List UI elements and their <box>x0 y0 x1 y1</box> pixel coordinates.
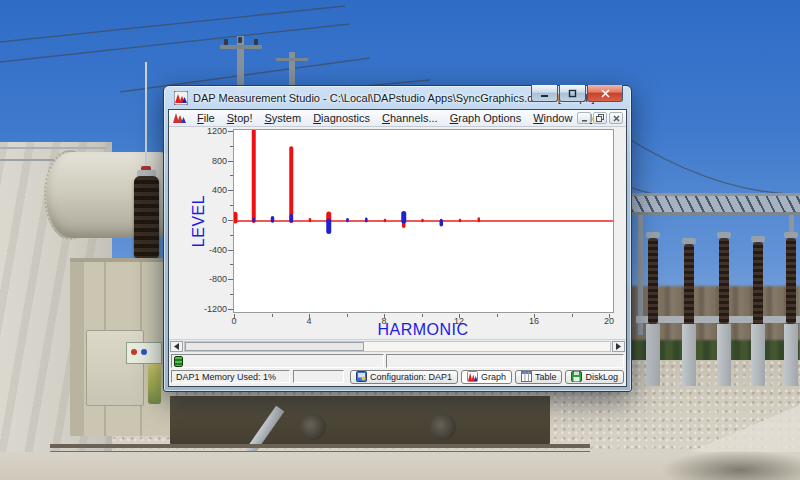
y-tick-mark <box>228 309 233 310</box>
oil-level-gauge <box>148 364 161 404</box>
minimize-icon <box>581 115 588 122</box>
x-tick-label: 0 <box>231 316 236 326</box>
y-tick-label: 400 <box>171 185 227 195</box>
disklog-icon <box>571 371 582 382</box>
y-tick-label: 800 <box>171 156 227 166</box>
graph-view: LEVEL 12008004000-400-800-1200048121620 … <box>169 127 626 339</box>
status-bar: DAP1 Memory Used: 1% Configuration: DAP1 <box>169 369 626 386</box>
insulator-column <box>684 244 694 330</box>
x-tick-mark <box>572 314 573 317</box>
configuration-icon <box>356 371 367 382</box>
close-icon <box>613 115 620 122</box>
steel-stand <box>751 324 765 386</box>
graph-tab-label: Graph <box>481 372 506 382</box>
lattice-gantry <box>632 193 800 215</box>
table-tab[interactable]: Table <box>515 370 563 384</box>
configuration-tab[interactable]: Configuration: DAP1 <box>350 370 458 384</box>
mdi-restore-button[interactable] <box>593 112 607 124</box>
steel-stand <box>717 324 731 386</box>
table-icon <box>521 371 532 382</box>
insulator-column <box>786 238 796 324</box>
menu-item-file[interactable]: File <box>191 111 221 125</box>
memory-used-value: 1% <box>263 372 276 382</box>
y-tick-mark <box>230 235 233 236</box>
status-toolbar <box>169 353 626 369</box>
plot-area <box>233 129 614 313</box>
graph-tab[interactable]: Graph <box>461 370 512 384</box>
memory-used-panel: DAP1 Memory Used: 1% <box>171 370 290 383</box>
y-tick-mark <box>228 220 233 221</box>
mdi-close-button[interactable] <box>609 112 623 124</box>
y-tick-mark <box>228 190 233 191</box>
menu-item-system[interactable]: System <box>258 111 307 125</box>
x-tick-label: 16 <box>529 316 539 326</box>
maximize-icon <box>568 89 577 98</box>
transformer-undercarriage <box>170 396 550 448</box>
x-tick-mark <box>497 314 498 317</box>
menu-item-window[interactable]: Window <box>527 111 578 125</box>
y-tick-label: -400 <box>171 245 227 255</box>
steel-stand <box>784 324 798 386</box>
scroll-right-button[interactable] <box>612 341 625 352</box>
y-tick-label: 0 <box>171 215 227 225</box>
arrow-right-icon <box>616 343 621 350</box>
x-tick-mark <box>272 314 273 317</box>
empty-status-panel <box>386 354 624 368</box>
y-tick-mark <box>228 279 233 280</box>
plot-svg <box>234 130 613 312</box>
restore-icon <box>596 114 604 122</box>
transformer-bushing <box>134 176 159 260</box>
ground-shadow <box>660 450 800 480</box>
y-tick-mark <box>228 161 233 162</box>
insulator-column <box>648 238 658 324</box>
device-status-panel <box>171 354 384 368</box>
close-button[interactable] <box>587 85 623 102</box>
scrollbar-track[interactable] <box>184 341 611 352</box>
y-tick-label: 1200 <box>171 127 227 136</box>
mdi-system-menu-icon[interactable] <box>173 112 187 124</box>
configuration-tab-label: Configuration: DAP1 <box>370 372 452 382</box>
close-icon <box>601 89 610 98</box>
menu-bar: File Stop! System Diagnostics Channels..… <box>169 110 626 127</box>
bushing-rod <box>145 62 147 172</box>
rail-track <box>50 444 590 448</box>
y-tick-mark <box>228 131 233 132</box>
mdi-minimize-button[interactable] <box>577 112 591 124</box>
maximize-button[interactable] <box>559 85 586 102</box>
memory-progress-panel <box>293 370 344 383</box>
y-tick-mark <box>230 294 233 295</box>
insulator-column <box>753 242 763 328</box>
gauge-blue <box>141 349 147 355</box>
insulator-column <box>719 238 729 324</box>
app-window: DAP Measurement Studio - C:\Local\DAPstu… <box>163 85 632 392</box>
y-tick-label: -1200 <box>171 304 227 314</box>
memory-used-label: DAP1 Memory Used: <box>176 372 261 382</box>
menu-item-diagnostics[interactable]: Diagnostics <box>307 111 376 125</box>
disklog-tab-label: DiskLog <box>585 372 618 382</box>
pole-crossarm <box>220 45 262 49</box>
x-tick-mark <box>422 314 423 317</box>
transformer-wheel <box>300 414 326 440</box>
arrow-left-icon <box>174 343 179 350</box>
x-tick-label: 20 <box>604 316 614 326</box>
horizontal-scrollbar <box>169 339 626 353</box>
steel-stand <box>646 324 660 386</box>
app-icon <box>174 91 188 105</box>
pole-crossarm <box>276 58 308 61</box>
menu-item-stop[interactable]: Stop! <box>221 111 259 125</box>
scrollbar-thumb[interactable] <box>185 342 364 351</box>
pole-insulator <box>254 39 258 45</box>
disklog-tab[interactable]: DiskLog <box>565 370 624 384</box>
minimize-button[interactable] <box>531 85 558 102</box>
y-tick-mark <box>230 146 233 147</box>
transformer-wheel <box>430 414 456 440</box>
y-tick-mark <box>230 175 233 176</box>
steel-crossbeam <box>636 316 800 323</box>
x-tick-mark <box>347 314 348 317</box>
x-tick-label: 4 <box>306 316 311 326</box>
titlebar[interactable]: DAP Measurement Studio - C:\Local\DAPstu… <box>168 86 627 109</box>
menu-item-channels[interactable]: Channels... <box>376 111 444 125</box>
menu-item-graph-options[interactable]: Graph Options <box>444 111 528 125</box>
table-tab-label: Table <box>535 372 557 382</box>
scroll-left-button[interactable] <box>170 341 183 352</box>
